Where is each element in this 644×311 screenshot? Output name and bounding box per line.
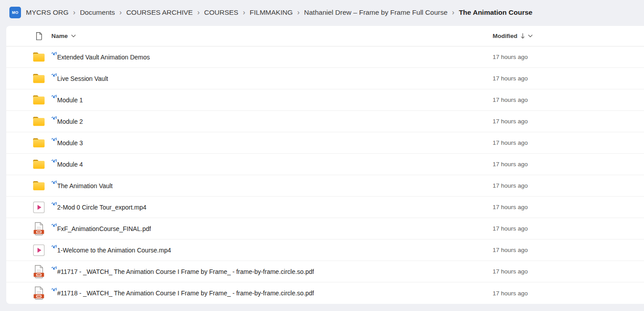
file-row[interactable]: The Animation Vault 17 hours ago [6,175,644,197]
file-name-link[interactable]: #11718 - _WATCH_ The Animation Course I … [57,290,314,297]
modified-cell: 17 hours ago [493,268,644,275]
modified-cell: 17 hours ago [493,225,644,232]
org-logo[interactable]: MO [9,7,21,18]
file-name-link[interactable]: Extended Vault Animation Demos [57,54,150,61]
file-name-cell: 2-Mod 0 Circle Tour_export.mp4 [51,204,493,211]
sort-descending-icon [521,33,525,39]
file-type-icon [32,73,46,84]
breadcrumb-item[interactable]: FILMMAKING [250,8,293,17]
file-type-icon [32,116,46,126]
file-type-icon [32,222,46,235]
file-name-link[interactable]: 2-Mod 0 Circle Tour_export.mp4 [57,204,146,211]
shortcut-arrow-icon [51,245,57,250]
folder-icon [33,116,45,126]
shortcut-arrow-icon [51,138,57,143]
folder-icon [33,159,45,169]
page-icon [36,32,42,40]
shortcut-arrow-icon [51,223,57,228]
modified-cell: 17 hours ago [493,182,644,189]
file-name-cell: Module 3 [51,139,493,147]
file-type-icon [32,244,46,256]
breadcrumb-item[interactable]: COURSES ARCHIVE [126,8,193,17]
folder-icon [33,181,45,191]
breadcrumb-separator-icon: › [197,8,200,16]
file-name-link[interactable]: 1-Welcome to the Animation Course.mp4 [57,247,171,254]
shortcut-arrow-icon [51,181,57,185]
shortcut-arrow-icon [51,73,57,78]
shortcut-arrow-icon [51,288,57,293]
file-name-link[interactable]: Live Session Vault [57,75,108,82]
file-row[interactable]: FxF_AnimationCourse_FINAL.pdf 17 hours a… [6,218,644,240]
column-header-modified[interactable]: Modified [493,33,644,39]
chevron-down-icon [71,34,76,38]
breadcrumb-item[interactable]: Documents [80,8,115,17]
file-name-cell: 1-Welcome to the Animation Course.mp4 [51,247,493,254]
file-row[interactable]: 1-Welcome to the Animation Course.mp4 17… [6,240,644,261]
file-row[interactable]: Extended Vault Animation Demos 17 hours … [6,46,644,68]
file-name-link[interactable]: Module 2 [57,118,83,125]
file-name-link[interactable]: FxF_AnimationCourse_FINAL.pdf [57,225,151,232]
shortcut-arrow-icon [51,159,57,164]
file-name-link[interactable]: Module 3 [57,139,83,147]
shortcut-arrow-icon [51,116,57,121]
file-name-cell: Module 4 [51,161,493,168]
pdf-file-icon [33,265,45,278]
file-row[interactable]: #11718 - _WATCH_ The Animation Course I … [6,282,644,304]
modified-cell: 17 hours ago [493,290,644,297]
chevron-down-icon [528,34,533,38]
breadcrumb-separator-icon: › [297,8,299,16]
file-name-cell: Live Session Vault [51,75,493,82]
name-column-label: Name [51,33,68,39]
file-name-link[interactable]: #11717 - _WATCH_ The Animation Course I … [57,268,314,275]
file-name-cell: Module 1 [51,97,493,104]
file-name-link[interactable]: The Animation Vault [57,182,113,189]
folder-icon [33,138,45,148]
modified-cell: 17 hours ago [493,161,644,168]
video-file-icon [33,244,45,256]
breadcrumb: MYCRS ORG›Documents›COURSES ARCHIVE›COUR… [26,8,532,17]
file-name-cell: The Animation Vault [51,182,493,189]
modified-cell: 17 hours ago [493,75,644,82]
shortcut-arrow-icon [51,266,57,271]
modified-cell: 17 hours ago [493,118,644,125]
breadcrumb-item-current: The Animation Course [459,8,532,17]
file-name-cell: #11717 - _WATCH_ The Animation Course I … [51,268,493,275]
file-name-cell: #11718 - _WATCH_ The Animation Course I … [51,290,493,297]
file-type-icon [32,52,46,62]
shortcut-arrow-icon [51,95,57,100]
breadcrumb-item[interactable]: MYCRS ORG [26,8,69,17]
file-name-link[interactable]: Module 4 [57,161,83,168]
file-row[interactable]: 2-Mod 0 Circle Tour_export.mp4 17 hours … [6,197,644,218]
file-type-icon [32,138,46,148]
breadcrumb-separator-icon: › [452,8,454,16]
document-type-column-icon[interactable] [32,32,46,40]
file-name-link[interactable]: Module 1 [57,97,83,104]
file-row[interactable]: #11717 - _WATCH_ The Animation Course I … [6,261,644,282]
video-file-icon [33,202,45,213]
file-type-icon [32,159,46,169]
breadcrumb-separator-icon: › [243,8,245,16]
folder-icon [33,52,45,62]
modified-cell: 17 hours ago [493,247,644,253]
breadcrumb-item[interactable]: COURSES [204,8,238,17]
file-type-icon [32,202,46,213]
file-row[interactable]: Module 1 17 hours ago [6,89,644,111]
list-header: Name Modified [6,26,644,46]
file-row[interactable]: Module 2 17 hours ago [6,111,644,132]
file-row[interactable]: Live Session Vault 17 hours ago [6,68,644,89]
file-rows: Extended Vault Animation Demos 17 hours … [6,46,644,304]
file-type-icon [32,95,46,105]
file-row[interactable]: Module 3 17 hours ago [6,132,644,154]
column-header-name[interactable]: Name [51,33,493,39]
folder-icon [33,95,45,105]
file-name-cell: Extended Vault Animation Demos [51,54,493,61]
breadcrumb-item[interactable]: Nathaniel Drew – Frame by Frame Full Cou… [304,8,447,17]
breadcrumb-separator-icon: › [73,8,75,16]
breadcrumb-bar: MO MYCRS ORG›Documents›COURSES ARCHIVE›C… [0,0,644,25]
breadcrumb-separator-icon: › [119,8,121,16]
file-type-icon [32,286,46,300]
file-type-icon [32,265,46,278]
file-name-cell: Module 2 [51,118,493,125]
file-row[interactable]: Module 4 17 hours ago [6,154,644,175]
shortcut-arrow-icon [51,202,57,207]
